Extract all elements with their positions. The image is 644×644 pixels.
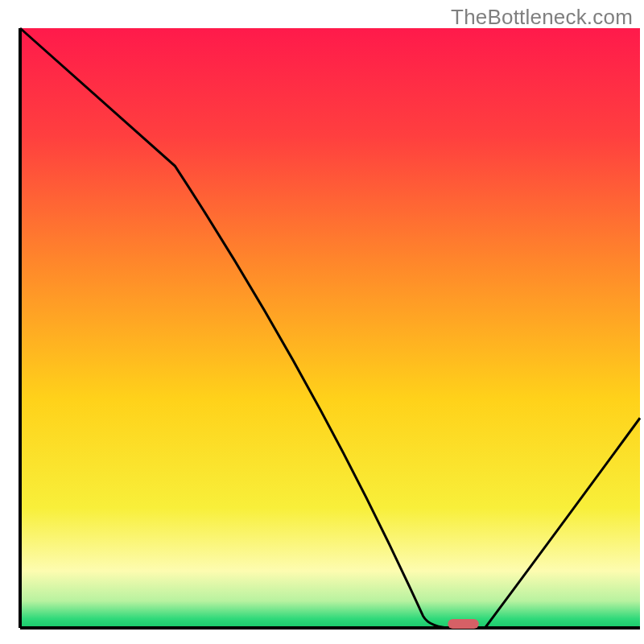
watermark-text: TheBottleneck.com [451, 5, 633, 30]
bottleneck-chart [0, 0, 644, 644]
optimal-marker [448, 619, 479, 629]
gradient-background [20, 28, 640, 628]
